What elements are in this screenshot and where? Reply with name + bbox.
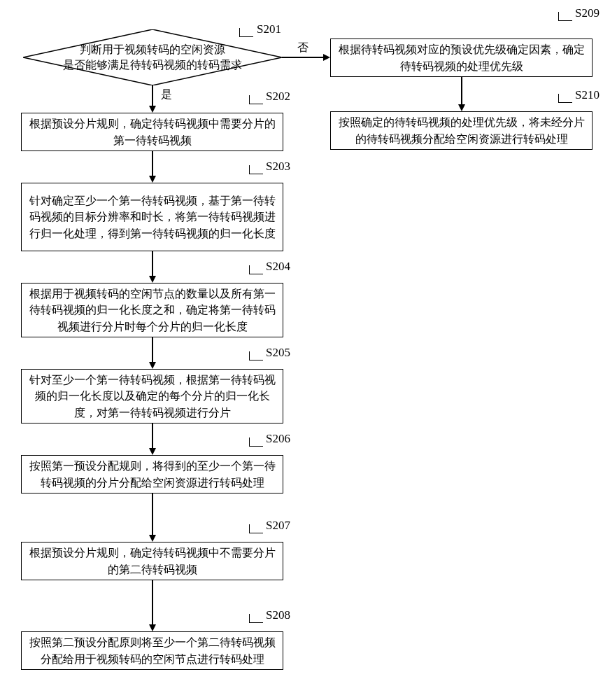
process-s205-text: 针对至少一个第一待转码视频，根据第一待转码视频的归一化长度以及确定的每个分片的归…	[29, 372, 276, 421]
arrow-s201-s202	[152, 85, 153, 108]
label-hook-s207	[249, 524, 263, 533]
label-s206: S206	[266, 432, 290, 446]
branch-no: 否	[297, 41, 308, 55]
process-s206-text: 按照第一预设分配规则，将得到的至少一个第一待转码视频的分片分配给空闲资源进行转码…	[29, 458, 276, 490]
arrowhead-s204-s205	[149, 362, 156, 369]
decision-s201-text: 判断用于视频转码的空闲资源 是否能够满足待转码视频的转码需求	[63, 42, 242, 74]
arrowhead-s207-s208	[149, 624, 156, 631]
process-s205: 针对至少一个第一待转码视频，根据第一待转码视频的归一化长度以及确定的每个分片的归…	[21, 369, 283, 424]
process-s203: 针对确定至少一个第一待转码视频，基于第一待转码视频的目标分辨率和时长，将第一待转…	[21, 183, 283, 251]
arrowhead-s205-s206	[149, 448, 156, 455]
arrow-s205-s206	[152, 424, 153, 450]
decision-s201: 判断用于视频转码的空闲资源 是否能够满足待转码视频的转码需求	[23, 29, 282, 85]
label-hook-s208	[249, 614, 263, 623]
process-s202-text: 根据预设分片规则，确定待转码视频中需要分片的第一待转码视频	[29, 115, 276, 148]
process-s209: 根据待转码视频对应的预设优先级确定因素，确定待转码视频的处理优先级	[330, 38, 593, 77]
label-hook-s203	[249, 165, 263, 174]
arrow-s201-s209	[282, 57, 325, 58]
branch-yes: 是	[161, 88, 172, 102]
arrow-s206-s207	[152, 493, 153, 537]
label-s207: S207	[266, 519, 290, 533]
process-s202: 根据预设分片规则，确定待转码视频中需要分片的第一待转码视频	[21, 113, 283, 151]
label-s202: S202	[266, 90, 290, 104]
process-s206: 按照第一预设分配规则，将得到的至少一个第一待转码视频的分片分配给空闲资源进行转码…	[21, 455, 283, 493]
process-s210: 按照确定的待转码视频的处理优先级，将未经分片的待转码视频分配给空闲资源进行转码处…	[330, 111, 593, 150]
process-s208: 按照第二预设分配原则将至少一个第二待转码视频分配给用于视频转码的空闲节点进行转码…	[21, 631, 283, 670]
arrowhead-s209-s210	[458, 104, 465, 111]
arrowhead-s201-s202	[149, 106, 156, 113]
label-hook-s202	[249, 95, 263, 104]
arrow-s202-s203	[152, 151, 153, 178]
process-s204-text: 根据用于视频转码的空闲节点的数量以及所有第一待转码视频的归一化长度之和，确定将第…	[29, 286, 276, 335]
label-hook-s204	[249, 265, 263, 274]
process-s208-text: 按照第二预设分配原则将至少一个第二待转码视频分配给用于视频转码的空闲节点进行转码…	[29, 634, 276, 666]
process-s204: 根据用于视频转码的空闲节点的数量以及所有第一待转码视频的归一化长度之和，确定将第…	[21, 283, 283, 337]
arrowhead-s206-s207	[149, 535, 156, 542]
arrowhead-s203-s204	[149, 276, 156, 283]
label-s210: S210	[575, 88, 600, 102]
arrow-s203-s204	[152, 251, 153, 278]
label-s209: S209	[575, 6, 600, 20]
arrow-s204-s205	[152, 337, 153, 364]
label-s205: S205	[266, 346, 290, 360]
label-hook-s206	[249, 438, 263, 447]
process-s207-text: 根据预设分片规则，确定待转码视频中不需要分片的第二待转码视频	[29, 545, 276, 577]
arrow-s209-s210	[461, 77, 462, 106]
process-s207: 根据预设分片规则，确定待转码视频中不需要分片的第二待转码视频	[21, 542, 283, 580]
process-s209-text: 根据待转码视频对应的预设优先级确定因素，确定待转码视频的处理优先级	[338, 41, 585, 74]
label-hook-s209	[558, 12, 572, 21]
label-hook-s205	[249, 351, 263, 360]
process-s203-text: 针对确定至少一个第一待转码视频，基于第一待转码视频的目标分辨率和时长，将第一待转…	[29, 192, 276, 241]
process-s210-text: 按照确定的待转码视频的处理优先级，将未经分片的待转码视频分配给空闲资源进行转码处…	[338, 114, 585, 146]
label-s203: S203	[266, 160, 290, 174]
arrowhead-s201-s209	[323, 54, 330, 61]
label-s201: S201	[257, 22, 281, 36]
label-hook-s210	[558, 94, 572, 103]
arrowhead-s202-s203	[149, 176, 156, 183]
arrow-s207-s208	[152, 580, 153, 626]
label-s204: S204	[266, 260, 290, 274]
label-s208: S208	[266, 608, 290, 622]
label-hook-s201	[239, 28, 253, 37]
